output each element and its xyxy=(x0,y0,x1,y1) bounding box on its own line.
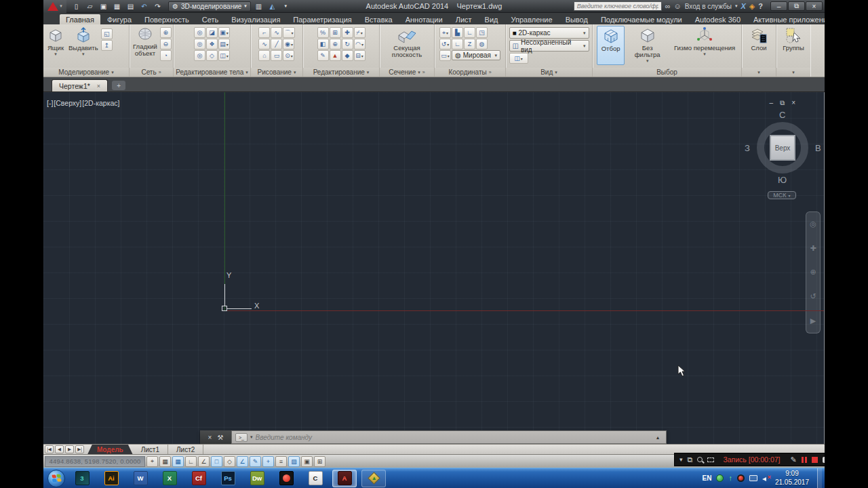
start-button[interactable] xyxy=(47,470,65,487)
ucs-icon[interactable]: ⌖▾ xyxy=(439,27,451,38)
filter-button[interactable]: Без фильтра ▾ xyxy=(629,26,666,64)
ucs-world-icon[interactable]: ∟ xyxy=(452,39,463,49)
panel-caption-solid-editing[interactable]: Редактирование тела ▾ xyxy=(174,68,250,77)
slice-icon[interactable]: ◪ xyxy=(206,27,218,38)
visual-style-select[interactable]: ■ 2D-каркас ▾ xyxy=(509,27,589,39)
restore-button[interactable]: ⧉ xyxy=(788,1,805,11)
viewcube-display-icon[interactable]: ◫▾ xyxy=(509,53,528,64)
object-snap-toggle[interactable]: □ xyxy=(211,456,222,467)
stretch-icon[interactable]: ◧ xyxy=(317,39,329,49)
drawing-tab[interactable]: Чертеж1* × xyxy=(52,79,108,92)
box-button[interactable]: Ящик ▾ xyxy=(45,26,66,57)
panel-caption-section[interactable]: Сечение ▾ » xyxy=(380,68,434,77)
ribbon-tab-autodesk360[interactable]: Autodesk 360 xyxy=(689,14,747,24)
taskbar-item-recorder[interactable] xyxy=(274,470,298,487)
polar-tracking-toggle[interactable]: ∠ xyxy=(198,456,210,467)
close-button[interactable]: × xyxy=(806,1,823,11)
plot-button[interactable]: ▤ xyxy=(125,1,136,12)
pause-button[interactable] xyxy=(802,457,807,463)
navigation-wheel-icon[interactable]: ◎ xyxy=(810,220,816,228)
tab-layout2[interactable]: Лист2 xyxy=(168,445,203,455)
brush-icon[interactable]: ✎ xyxy=(317,50,329,61)
transparency-toggle[interactable]: ▨ xyxy=(288,456,300,467)
viewcube-south[interactable]: Ю xyxy=(778,175,787,185)
taskbar-item-dreamweaver[interactable]: Dw xyxy=(245,470,269,487)
presspull-icon[interactable]: ↥ xyxy=(101,40,113,51)
3d-object-snap-toggle[interactable]: ◇ xyxy=(224,456,235,467)
fillet-edge-icon[interactable]: ◇ xyxy=(206,50,218,61)
taskbar-item-illustrator[interactable]: Ai xyxy=(99,470,123,487)
viewport-minimize-button[interactable]: – xyxy=(769,99,773,107)
zoom-icon[interactable]: ⊕ xyxy=(810,268,816,277)
viewcube[interactable]: С В Ю З Верх xyxy=(757,122,808,174)
ortho-toggle[interactable]: ∟ xyxy=(185,456,197,467)
ucs-object-icon[interactable]: ◳ xyxy=(476,27,488,38)
ucs-view-icon[interactable]: ▭▾ xyxy=(439,50,451,61)
navigation-bar[interactable]: ◎ ✚ ⊕ ↺ ▶ xyxy=(806,211,821,333)
windows-icon[interactable]: ⧉ xyxy=(688,455,693,464)
taskbar-item-kompas[interactable]: ▲ xyxy=(361,470,386,487)
chevron-down-icon[interactable]: ▾ xyxy=(735,3,738,9)
redo-button[interactable]: ↷ xyxy=(152,1,163,12)
first-layout-button[interactable]: |◀ xyxy=(45,445,54,453)
panel-caption-layers[interactable]: ▾ xyxy=(742,68,776,77)
section-plane-button[interactable]: Секущая плоскость xyxy=(382,26,432,59)
viewport-restore-button[interactable]: ⧉ xyxy=(780,99,785,107)
thicken-icon[interactable]: ▤▾ xyxy=(218,39,230,49)
taskbar-item-word[interactable]: W xyxy=(128,470,153,487)
muted-speaker-icon[interactable]: × xyxy=(762,475,770,482)
pencil-icon[interactable]: ✎ xyxy=(790,455,796,464)
panel-caption-modeling[interactable]: Моделирование ▾ xyxy=(43,68,129,77)
save-as-button[interactable]: ▦ xyxy=(111,1,123,12)
taskbar-item-c-app[interactable]: C xyxy=(303,470,328,487)
sheet-set-manager-button[interactable]: ▥ xyxy=(253,1,264,12)
panel-caption-view[interactable]: Вид ▾ xyxy=(506,68,592,77)
smooth-more-icon[interactable]: ⊕ xyxy=(160,27,172,38)
object-snap-tracking-toggle[interactable]: ∠ xyxy=(237,456,248,467)
ribbon-tab-manage[interactable]: Управление xyxy=(505,14,558,24)
exchange-apps-icon[interactable]: X xyxy=(741,2,745,10)
sign-in-button[interactable]: Вход в службы xyxy=(685,3,732,10)
search-input[interactable] xyxy=(574,2,661,10)
command-line-grip[interactable]: × ⚒ xyxy=(200,430,231,444)
language-indicator[interactable]: EN xyxy=(703,474,712,482)
ribbon-tab-solid[interactable]: Фигура xyxy=(101,14,138,24)
polysolid-icon[interactable]: ◱ xyxy=(101,28,113,39)
taskbar-item-photoshop[interactable]: Ps xyxy=(216,470,240,487)
imprint-icon[interactable]: ❖ xyxy=(206,39,218,49)
chevron-down-icon[interactable]: ▾ xyxy=(250,434,253,440)
taskbar-item-autocad[interactable]: A xyxy=(332,470,357,487)
scale-icon[interactable]: % xyxy=(317,27,329,38)
dynamic-input-toggle[interactable]: + xyxy=(262,456,274,467)
union-icon[interactable]: ◎ xyxy=(194,27,205,38)
layers-button[interactable]: Слои xyxy=(749,26,769,52)
ribbon-tab-home[interactable]: Главная xyxy=(60,14,100,24)
lineweight-toggle[interactable]: ≡ xyxy=(275,456,287,467)
ucs-z-axis-icon[interactable]: Z xyxy=(464,39,475,49)
align-icon[interactable]: ▲ xyxy=(330,50,341,61)
copy-icon[interactable]: ◆ xyxy=(342,50,353,61)
ribbon-tab-plugins[interactable]: Подключаемые модули xyxy=(595,14,688,24)
next-layout-button[interactable]: ▶ xyxy=(65,445,74,453)
groups-button[interactable]: Группы xyxy=(781,26,806,52)
ribbon-tab-view[interactable]: Вид xyxy=(479,14,505,24)
minimize-button[interactable]: – xyxy=(770,1,787,11)
snap-toggle[interactable]: ▦ xyxy=(159,456,171,467)
orbit-icon[interactable]: ↺ xyxy=(810,292,816,301)
ribbon-tab-render[interactable]: Визуализация xyxy=(225,14,286,24)
network-icon[interactable] xyxy=(749,475,757,481)
panel-caption-selection[interactable]: Выбор xyxy=(593,68,741,77)
ucs-named-icon[interactable]: ▙ xyxy=(452,27,463,38)
pan-icon[interactable]: ✚ xyxy=(810,244,816,253)
viewport-menu-control[interactable]: [-] xyxy=(47,99,53,107)
ribbon-tab-layout[interactable]: Лист xyxy=(450,14,478,24)
drawing-canvas[interactable]: [-] [Сверху] [2D-каркас] – ⧉ × С В Ю З В… xyxy=(43,92,825,444)
offset-icon[interactable]: ⊕ xyxy=(330,39,341,49)
rotate-icon[interactable]: ↻ xyxy=(342,39,353,49)
ucs-face-icon[interactable]: ◍ xyxy=(476,39,488,49)
named-view-select[interactable]: ◫ Несохраненный вид ▾ xyxy=(509,40,589,52)
separate-icon[interactable]: ◫▾ xyxy=(218,50,230,61)
infer-constraints-toggle[interactable]: ⌖ xyxy=(146,456,158,467)
region-select-icon[interactable] xyxy=(707,458,714,462)
dynamic-ucs-toggle[interactable]: ✎ xyxy=(250,456,261,467)
